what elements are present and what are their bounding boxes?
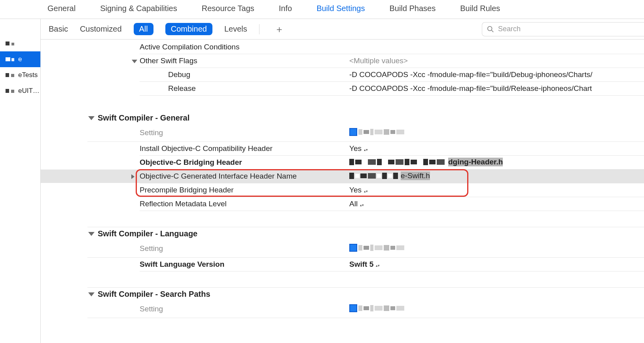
stepper-icon[interactable]: ▴▾ [360, 204, 364, 206]
disclosure-triangle-icon[interactable] [132, 60, 137, 63]
svg-point-0 [488, 26, 492, 30]
setting-reflection-metadata[interactable]: Reflection Metadata Level All▴▾ [41, 197, 644, 211]
search-field[interactable] [482, 22, 644, 36]
search-input[interactable] [498, 25, 625, 33]
sidebar-target-etests[interactable]: eTests [0, 67, 40, 83]
tab-build-rules[interactable]: Build Rules [460, 4, 500, 13]
section-swift-language[interactable]: Swift Compiler - Language [41, 227, 644, 240]
setting-generated-interface-header[interactable]: Objective-C Generated Interface Header N… [41, 170, 644, 183]
disclosure-triangle-icon[interactable] [88, 292, 95, 296]
filter-toolbar: Basic Customized All Combined Levels ＋ [41, 19, 644, 40]
sidebar-row-0[interactable] [0, 36, 40, 51]
filter-combined[interactable]: Combined [165, 23, 212, 35]
tab-resource-tags[interactable]: Resource Tags [202, 4, 254, 13]
redacted-target-icon [349, 304, 404, 312]
tab-general[interactable]: General [47, 4, 76, 13]
setting-install-objc-header[interactable]: Install Objective-C Compatibility Header… [41, 142, 644, 155]
setting-precompile-bridging-header[interactable]: Precompile Bridging Header Yes▴▾ [41, 183, 644, 197]
targets-sidebar: e eTests eUIT… [0, 19, 41, 343]
sidebar-item-label: eUIT… [18, 87, 40, 95]
tab-build-phases[interactable]: Build Phases [389, 4, 436, 13]
setting-header-row: Setting [41, 124, 644, 141]
sidebar-item-label: e [18, 55, 22, 63]
tab-info[interactable]: Info [279, 4, 292, 13]
setting-header-row-3: Setting [41, 300, 644, 318]
toolbar-divider [259, 24, 259, 34]
editor-tabs: General Signing & Capabilities Resource … [0, 0, 644, 19]
redacted-value: dging-Header.h [349, 158, 503, 166]
section-swift-search-paths[interactable]: Swift Compiler - Search Paths [41, 288, 644, 300]
svg-line-1 [492, 30, 494, 32]
setting-other-swift-flags[interactable]: Other Swift Flags <Multiple values> [41, 54, 644, 68]
filter-levels[interactable]: Levels [224, 24, 247, 34]
setting-other-swift-debug[interactable]: Debug -D COCOAPODS -Xcc -fmodule-map-fil… [41, 68, 644, 81]
sidebar-item-label: eTests [18, 71, 38, 79]
stepper-icon[interactable]: ▴▾ [364, 149, 368, 151]
sidebar-target-euit[interactable]: eUIT… [0, 83, 40, 99]
search-icon [487, 26, 494, 33]
redacted-target-icon [349, 244, 404, 252]
setting-other-swift-release[interactable]: Release -D COCOAPODS -Xcc -fmodule-map-f… [41, 82, 644, 95]
section-swift-general[interactable]: Swift Compiler - General [41, 111, 644, 124]
filter-basic[interactable]: Basic [49, 24, 68, 34]
disclosure-triangle-icon[interactable] [131, 174, 138, 179]
highlight-box: Objective-C Generated Interface Header N… [41, 169, 644, 197]
redacted-value: e-Swift.h [349, 172, 430, 180]
filter-customized[interactable]: Customized [80, 24, 122, 34]
stepper-icon[interactable]: ▴▾ [376, 264, 380, 267]
stepper-icon[interactable]: ▴▾ [364, 190, 368, 192]
filter-all[interactable]: All [134, 23, 153, 35]
setting-header-row-2: Setting [41, 240, 644, 257]
tab-build-settings[interactable]: Build Settings [316, 4, 365, 13]
build-settings-list: Active Compilation Conditions Other Swif… [41, 40, 644, 318]
redacted-target-icon [349, 128, 404, 136]
sidebar-target-e[interactable]: e [0, 51, 40, 67]
tab-signing[interactable]: Signing & Capabilities [100, 4, 177, 13]
setting-active-compilation[interactable]: Active Compilation Conditions [41, 40, 644, 54]
disclosure-triangle-icon[interactable] [88, 232, 95, 236]
setting-swift-language-version[interactable]: Swift Language Version Swift 5▴▾ [41, 258, 644, 271]
setting-bridging-header[interactable]: Objective-C Bridging Header dging-Header… [41, 156, 644, 169]
disclosure-triangle-icon[interactable] [88, 116, 95, 120]
add-button[interactable]: ＋ [271, 23, 287, 36]
